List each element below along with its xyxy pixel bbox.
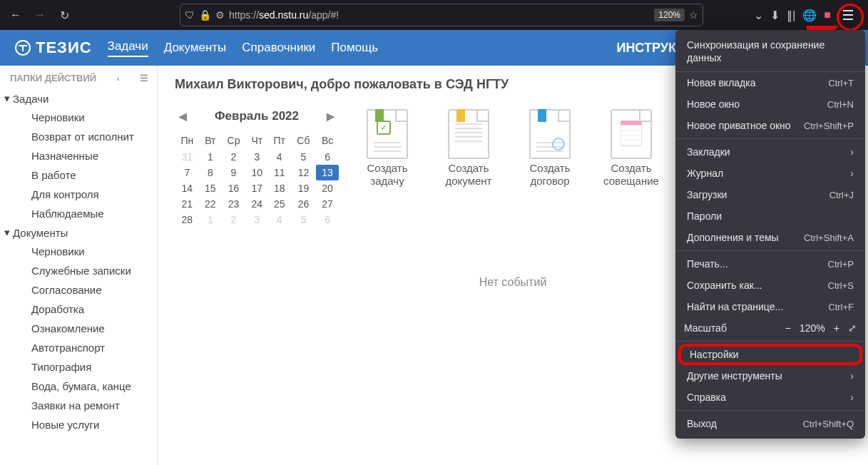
sidebar-hide-icon[interactable]: ☰: [140, 73, 148, 83]
chevron-right-icon: ›: [850, 392, 854, 403]
calendar-day[interactable]: 28: [175, 212, 200, 228]
sidebar-item-0-1[interactable]: Возврат от исполнит: [0, 127, 157, 146]
menu-sync[interactable]: Синхронизация и сохранение данных: [675, 33, 865, 72]
sidebar-item-0-3[interactable]: В работе: [0, 165, 157, 185]
back-button[interactable]: ←: [6, 5, 26, 25]
sidebar-group-0[interactable]: ▾Задачи: [0, 89, 157, 108]
calendar-day[interactable]: 2: [221, 212, 246, 228]
calendar-day[interactable]: 27: [316, 196, 339, 212]
calendar-day[interactable]: 5: [291, 212, 316, 228]
app-logo[interactable]: ТЕЗИС: [14, 39, 92, 57]
menu-item-16[interactable]: Другие инструменты›: [675, 365, 865, 387]
bookmark-star-icon[interactable]: ☆: [689, 9, 698, 21]
sidebar-item-1-4[interactable]: Ознакомление: [0, 319, 157, 338]
account-icon[interactable]: 🌐: [802, 9, 817, 22]
sidebar-item-1-9[interactable]: Новые услуги: [0, 415, 157, 434]
nav-documents[interactable]: Документы: [164, 41, 227, 55]
menu-item-8[interactable]: Дополнения и темыCtrl+Shift+A: [675, 227, 865, 248]
calendar-day[interactable]: 11: [268, 165, 291, 180]
calendar-day[interactable]: 4: [268, 212, 291, 228]
calendar-day[interactable]: 26: [291, 196, 316, 212]
sidebar-item-1-5[interactable]: Автотранспорт: [0, 338, 157, 357]
sidebar-item-1-0[interactable]: Черновики: [0, 242, 157, 261]
sidebar-item-1-1[interactable]: Служебные записки: [0, 261, 157, 280]
menu-item-1[interactable]: Новое окноCtrl+N: [675, 93, 865, 115]
sidebar-item-1-7[interactable]: Вода, бумага, канце: [0, 377, 157, 396]
calendar-day[interactable]: 1: [200, 149, 221, 165]
calendar-day[interactable]: 13: [316, 165, 339, 180]
quick-action-meeting[interactable]: Создать совещание: [603, 109, 660, 188]
nav-help[interactable]: Помощь: [331, 41, 378, 55]
sidebar-item-0-4[interactable]: Для контроля: [0, 185, 157, 204]
sidebar-item-0-0[interactable]: Черновики: [0, 108, 157, 127]
calendar-day[interactable]: 1: [200, 212, 221, 228]
calendar-dow: Ср: [221, 132, 246, 149]
downloads-icon[interactable]: ⬇: [770, 9, 780, 22]
menu-item-7[interactable]: Пароли: [675, 205, 865, 227]
calendar-prev[interactable]: ◀: [175, 111, 191, 122]
address-bar[interactable]: 🛡 🔒 ⚙ https://sed.nstu.ru/app/#! 120% ☆: [180, 4, 703, 26]
menu-item-12[interactable]: Найти на странице...Ctrl+F: [675, 296, 865, 317]
calendar-day[interactable]: 6: [316, 212, 339, 228]
calendar-day[interactable]: 12: [291, 165, 316, 180]
calendar-day[interactable]: 6: [316, 149, 339, 165]
sidebar-item-1-8[interactable]: Заявки на ремонт: [0, 396, 157, 415]
sidebar-item-1-6[interactable]: Типография: [0, 357, 157, 377]
calendar-day[interactable]: 2: [221, 149, 246, 165]
zoom-in[interactable]: +: [834, 322, 839, 334]
nav-tasks[interactable]: Задачи: [108, 39, 148, 57]
shortcut: Ctrl+Shift+P: [804, 121, 854, 131]
nav-directories[interactable]: Справочники: [242, 41, 315, 55]
sidebar-item-1-3[interactable]: Доработка: [0, 300, 157, 319]
menu-item-5[interactable]: Журнал›: [675, 163, 865, 184]
sidebar-item-1-2[interactable]: Согласование: [0, 280, 157, 300]
pocket-icon[interactable]: ⌄: [754, 9, 763, 22]
reload-button[interactable]: ↻: [54, 5, 74, 25]
sidebar-collapse-icon[interactable]: ‹: [116, 73, 119, 83]
calendar-day[interactable]: 4: [268, 149, 291, 165]
library-icon[interactable]: ‖|: [787, 9, 795, 22]
calendar-day[interactable]: 22: [200, 196, 221, 212]
quick-action-doc[interactable]: Создать документ: [440, 109, 497, 188]
calendar-day[interactable]: 10: [246, 165, 268, 180]
zoom-out[interactable]: −: [785, 322, 791, 334]
menu-item-0[interactable]: Новая вкладкаCtrl+T: [675, 72, 865, 93]
quick-action-task[interactable]: ✓Создать задачу: [359, 109, 416, 188]
calendar-day[interactable]: 21: [175, 196, 200, 212]
calendar-day[interactable]: 17: [246, 180, 268, 196]
zoom-badge[interactable]: 120%: [654, 9, 685, 21]
calendar-day[interactable]: 14: [175, 180, 200, 196]
calendar-day[interactable]: 3: [246, 149, 268, 165]
sidebar-group-1[interactable]: ▾Документы: [0, 223, 157, 242]
menu-item-17[interactable]: Справка›: [675, 387, 865, 408]
calendar-next[interactable]: ▶: [322, 111, 339, 122]
calendar-day[interactable]: 15: [200, 180, 221, 196]
calendar-day[interactable]: 7: [175, 165, 200, 180]
calendar-day[interactable]: 25: [268, 196, 291, 212]
calendar-day[interactable]: 8: [200, 165, 221, 180]
quick-action-contract[interactable]: Создать договор: [521, 109, 578, 188]
calendar-day[interactable]: 18: [268, 180, 291, 196]
fullscreen-icon[interactable]: ⤢: [848, 322, 857, 334]
calendar-day[interactable]: 24: [246, 196, 268, 212]
menu-item-15[interactable]: Настройки: [678, 344, 862, 365]
sidebar-item-0-2[interactable]: Назначенные: [0, 146, 157, 165]
calendar-day[interactable]: 3: [246, 212, 268, 228]
calendar-day[interactable]: 19: [291, 180, 316, 196]
app-menu-button[interactable]: [838, 5, 858, 25]
calendar-day[interactable]: 16: [221, 180, 246, 196]
sidebar-item-0-5[interactable]: Наблюдаемые: [0, 204, 157, 223]
menu-item-19[interactable]: ВыходCtrl+Shift+Q: [675, 413, 865, 434]
menu-item-2[interactable]: Новое приватное окноCtrl+Shift+P: [675, 115, 865, 136]
calendar-day[interactable]: 20: [316, 180, 339, 196]
calendar-day[interactable]: 9: [221, 165, 246, 180]
menu-item-6[interactable]: ЗагрузкиCtrl+J: [675, 184, 865, 205]
calendar-day[interactable]: 5: [291, 149, 316, 165]
menu-item-10[interactable]: Печать...Ctrl+P: [675, 253, 865, 275]
menu-item-11[interactable]: Сохранить как...Ctrl+S: [675, 275, 865, 296]
calendar-day[interactable]: 23: [221, 196, 246, 212]
forward-button[interactable]: →: [30, 5, 50, 25]
calendar-day[interactable]: 31: [175, 149, 200, 165]
menu-item-4[interactable]: Закладки›: [675, 141, 865, 163]
extension-icon[interactable]: ■: [824, 9, 831, 21]
